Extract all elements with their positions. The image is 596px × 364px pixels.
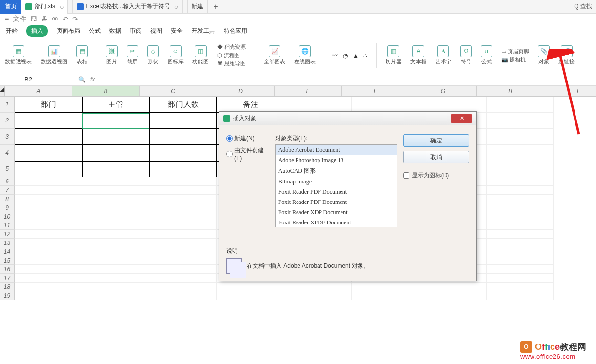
row-header[interactable]: 11 <box>0 221 15 230</box>
menu-icon[interactable]: ≡ <box>5 15 9 23</box>
list-item[interactable]: Bitmap Image <box>276 177 397 187</box>
search-box[interactable]: Q 查找 <box>570 2 596 11</box>
row-header[interactable]: 8 <box>0 195 15 203</box>
list-item[interactable]: Foxit Reader XFDF Document <box>276 218 397 227</box>
col-F[interactable]: F <box>342 86 409 96</box>
icon-lib-button[interactable]: ☺图标库 <box>168 45 184 65</box>
line-icon[interactable]: 〰 <box>332 52 338 59</box>
ok-button[interactable]: 确定 <box>403 134 469 147</box>
close-icon[interactable]: ○ <box>60 3 64 11</box>
cell-A2[interactable] <box>15 113 82 129</box>
scatter-icon[interactable]: ∴ <box>363 52 367 59</box>
doc-tab-1[interactable]: 部门.xls ○ <box>21 0 68 14</box>
picture-button[interactable]: 🖼图片 <box>106 45 118 65</box>
col-A[interactable]: A <box>5 86 72 96</box>
col-B[interactable]: B <box>72 86 140 96</box>
bar-icon[interactable]: ⫿ <box>324 52 327 59</box>
menu-formula[interactable]: 公式 <box>89 27 101 35</box>
cell-A1[interactable]: 部门 <box>15 97 82 113</box>
pie-icon[interactable]: ◔ <box>343 52 348 59</box>
row-header[interactable]: 3 <box>0 129 15 145</box>
object-button[interactable]: 📎对象 <box>538 45 550 65</box>
home-tab[interactable]: 首页 <box>0 0 21 14</box>
save-icon[interactable]: 🖫 <box>30 15 37 23</box>
list-item[interactable]: AutoCAD 图形 <box>276 165 397 177</box>
menu-insert[interactable]: 插入 <box>26 25 48 37</box>
row-header[interactable]: 12 <box>0 230 15 239</box>
menu-special[interactable]: 特色应用 <box>224 27 247 35</box>
menu-start[interactable]: 开始 <box>6 27 18 35</box>
fx-icon[interactable]: fx <box>90 76 95 83</box>
name-box[interactable]: B2 <box>0 76 68 83</box>
object-type-listbox[interactable]: Adobe Acrobat Document Adobe Photoshop I… <box>275 144 397 227</box>
file-label[interactable]: 文件 <box>13 15 26 23</box>
hyperlink-button[interactable]: 🔗超链接 <box>558 45 575 65</box>
online-charts-button[interactable]: 🌐在线图表 <box>294 45 316 65</box>
list-item[interactable]: Foxit Reader PDF Document <box>276 187 397 197</box>
menu-dev-tools[interactable]: 开发工具 <box>192 27 215 35</box>
col-D[interactable]: D <box>207 86 275 96</box>
flowchart-button[interactable]: ⬡ 流程图 <box>217 52 246 59</box>
textbox-button[interactable]: A文本框 <box>410 45 426 65</box>
cell-B1[interactable]: 主管 <box>82 97 149 113</box>
slicer-button[interactable]: ▥切片器 <box>385 45 402 65</box>
row-header[interactable]: 10 <box>0 212 15 221</box>
row-header[interactable]: 13 <box>0 239 15 247</box>
header-footer-button[interactable]: ▭ 页眉页脚 <box>501 48 529 55</box>
close-icon[interactable]: ○ <box>174 3 178 11</box>
table-button[interactable]: ▤表格 <box>76 45 88 65</box>
menu-data[interactable]: 数据 <box>109 27 121 35</box>
equation-button[interactable]: π公式 <box>481 45 492 65</box>
row-header[interactable]: 1 <box>0 97 15 113</box>
list-item[interactable]: Foxit Reader XDP Document <box>276 207 397 218</box>
doc-tab-3[interactable]: 新建 <box>188 0 208 14</box>
camera-button[interactable]: 📷 照相机 <box>501 56 529 63</box>
row-header[interactable]: 2 <box>0 113 15 129</box>
area-icon[interactable]: ▲ <box>353 52 359 59</box>
radio-new[interactable]: 新建(N) <box>226 134 269 142</box>
row-header[interactable]: 14 <box>0 247 15 256</box>
cell-C2[interactable] <box>149 113 217 129</box>
radio-from-file[interactable]: 由文件创建(F) <box>226 146 269 162</box>
list-item[interactable]: Foxit Reader PDF Document <box>276 197 397 207</box>
resource-button[interactable]: ◆ 稻壳资源 <box>217 43 246 51</box>
print-icon[interactable]: 🖶 <box>41 15 48 23</box>
row-header[interactable]: 18 <box>0 283 15 291</box>
zoom-icon[interactable]: 🔍 <box>78 76 85 83</box>
pivot-table-button[interactable]: ▦数据透视表 <box>5 45 32 65</box>
menu-page-layout[interactable]: 页面布局 <box>57 27 80 35</box>
col-H[interactable]: H <box>477 86 544 96</box>
row-header[interactable]: 19 <box>0 291 15 300</box>
select-all-corner[interactable]: ◢ <box>0 86 5 96</box>
row-header[interactable]: 9 <box>0 203 15 212</box>
new-tab-button[interactable]: + <box>208 2 224 11</box>
col-G[interactable]: G <box>409 86 477 96</box>
display-as-icon-checkbox[interactable]: 显示为图标(D) <box>403 171 469 180</box>
row-header[interactable]: 17 <box>0 274 15 283</box>
menu-view[interactable]: 视图 <box>150 27 162 35</box>
row-header[interactable]: 7 <box>0 186 15 195</box>
list-item[interactable]: Adobe Photoshop Image 13 <box>276 155 397 165</box>
dialog-close-button[interactable]: ✕ <box>451 114 472 123</box>
shapes-button[interactable]: ◇形状 <box>147 45 159 65</box>
smartart-button[interactable]: ◫功能图 <box>192 45 209 65</box>
redo-icon[interactable]: ↷ <box>72 15 78 23</box>
col-C[interactable]: C <box>140 86 207 96</box>
mindmap-button[interactable]: ⌘ 思维导图 <box>217 60 246 67</box>
wordart-button[interactable]: 𝐀艺术字 <box>435 45 451 65</box>
menu-security[interactable]: 安全 <box>171 27 183 35</box>
undo-icon[interactable]: ↶ <box>63 15 68 23</box>
menu-review[interactable]: 审阅 <box>130 27 142 35</box>
screenshot-button[interactable]: ✂截屏 <box>127 45 138 65</box>
row-header[interactable]: 5 <box>0 161 15 177</box>
cell-C1[interactable]: 部门人数 <box>149 97 217 113</box>
cell-B2-active[interactable] <box>82 113 149 129</box>
list-item[interactable]: Adobe Acrobat Document <box>276 145 397 155</box>
cancel-button[interactable]: 取消 <box>403 151 469 163</box>
doc-tab-2[interactable]: Excel表格技...输入大于等于符号 ○ <box>73 0 183 14</box>
symbol-button[interactable]: Ω符号 <box>460 45 472 65</box>
all-charts-button[interactable]: 📈全部图表 <box>264 45 285 65</box>
col-E[interactable]: E <box>275 86 342 96</box>
col-I[interactable]: I <box>544 86 596 96</box>
row-header[interactable]: 4 <box>0 145 15 161</box>
